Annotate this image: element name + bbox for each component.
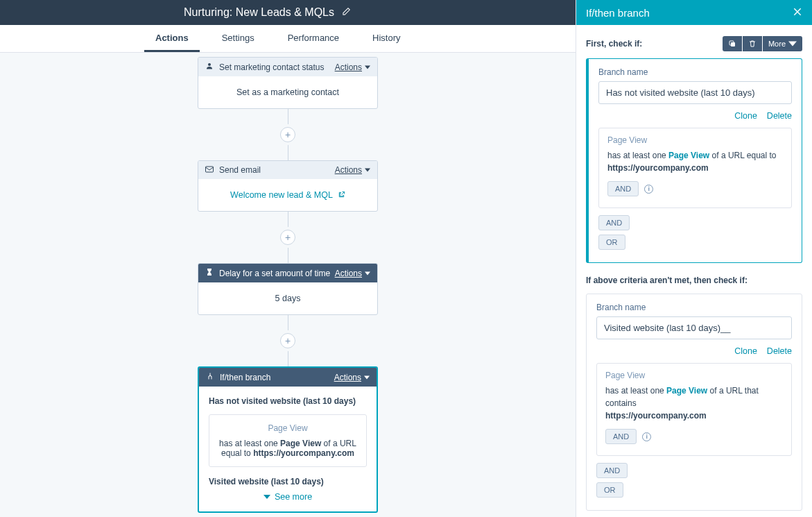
card-if-then-branch[interactable]: If/then branch Actions Has not visited w… bbox=[198, 366, 378, 513]
criteria-panel[interactable]: Page View has at least one Page View of … bbox=[596, 363, 792, 456]
see-more-button[interactable]: See more bbox=[209, 492, 367, 502]
info-icon[interactable]: i bbox=[642, 432, 651, 441]
connector bbox=[288, 315, 288, 330]
delete-link[interactable]: Delete bbox=[767, 346, 792, 356]
more-button[interactable]: More bbox=[763, 36, 802, 51]
svg-point-0 bbox=[208, 63, 211, 66]
tab-settings[interactable]: Settings bbox=[211, 33, 266, 52]
see-more-label: See more bbox=[275, 492, 312, 502]
card-title: If/then branch bbox=[220, 373, 270, 382]
filter-type-label: Page View bbox=[605, 371, 783, 380]
branch-subtitle: Has not visited website (last 10 days) bbox=[209, 396, 367, 406]
chevron-down-icon bbox=[365, 65, 370, 70]
chevron-down-icon bbox=[365, 167, 370, 173]
tab-performance[interactable]: Performance bbox=[277, 33, 350, 52]
card-actions-menu[interactable]: Actions bbox=[335, 269, 370, 278]
card-actions-menu[interactable]: Actions bbox=[335, 165, 370, 175]
connector bbox=[288, 351, 288, 366]
filter-type-label: Page View bbox=[216, 423, 359, 433]
chevron-down-icon bbox=[264, 494, 270, 500]
connector bbox=[288, 248, 288, 263]
chevron-down-icon bbox=[365, 271, 370, 276]
branch-name-input[interactable] bbox=[598, 81, 792, 104]
tab-actions[interactable]: Actions bbox=[144, 33, 200, 52]
criteria-text: has at least one Page View of a URL equa… bbox=[216, 439, 359, 458]
workflow-canvas[interactable]: Set marketing contact status Actions Set… bbox=[0, 53, 576, 517]
external-link-icon bbox=[338, 191, 345, 198]
close-icon[interactable] bbox=[793, 7, 802, 19]
card-actions-menu[interactable]: Actions bbox=[335, 62, 370, 72]
branch-block-2: Branch name Clone Delete Page View has a… bbox=[586, 294, 802, 511]
criteria-summary: Page View has at least one Page View of … bbox=[209, 414, 367, 467]
email-link-label: Welcome new lead & MQL bbox=[230, 190, 332, 200]
card-actions-menu[interactable]: Actions bbox=[334, 373, 370, 382]
criteria-text: has at least one Page View of a URL equa… bbox=[607, 149, 783, 174]
branch-name-input[interactable] bbox=[596, 316, 792, 339]
clone-link[interactable]: Clone bbox=[734, 346, 757, 356]
card-actions-label: Actions bbox=[335, 269, 362, 278]
svg-rect-1 bbox=[206, 167, 214, 172]
second-check-label: If above criteria aren't met, then check… bbox=[586, 276, 802, 285]
card-title: Send email bbox=[219, 165, 261, 175]
first-check-label: First, check if: bbox=[586, 39, 642, 49]
email-icon bbox=[205, 165, 214, 175]
card-body: 5 days bbox=[198, 282, 377, 314]
and-operator-button[interactable]: AND bbox=[598, 215, 630, 230]
or-operator-button[interactable]: OR bbox=[598, 235, 625, 250]
panel-body: First, check if: More Branch name Clone … bbox=[576, 25, 812, 517]
email-link[interactable]: Welcome new lead & MQL bbox=[230, 190, 345, 200]
branch-block-1: Branch name Clone Delete Page View has a… bbox=[586, 58, 802, 263]
card-actions-label: Actions bbox=[334, 373, 361, 382]
criteria-text: has at least one Page View of a URL that… bbox=[605, 384, 783, 422]
criteria-panel[interactable]: Page View has at least one Page View of … bbox=[598, 128, 792, 208]
hourglass-icon bbox=[205, 268, 214, 278]
card-actions-label: Actions bbox=[335, 62, 362, 72]
card-header: Set marketing contact status Actions bbox=[198, 58, 377, 76]
and-pill[interactable]: AND bbox=[607, 181, 639, 196]
panel-title: If/then branch bbox=[586, 7, 650, 19]
card-title: Delay for a set amount of time bbox=[219, 269, 330, 278]
add-step-button[interactable]: + bbox=[280, 127, 295, 142]
card-set-contact-status[interactable]: Set marketing contact status Actions Set… bbox=[198, 57, 378, 109]
clone-link[interactable]: Clone bbox=[734, 111, 757, 121]
card-delay[interactable]: Delay for a set amount of time Actions 5… bbox=[198, 263, 378, 315]
tab-history[interactable]: History bbox=[361, 33, 411, 52]
contact-icon bbox=[205, 62, 214, 72]
card-body: Welcome new lead & MQL bbox=[198, 179, 377, 211]
trash-icon bbox=[748, 40, 757, 48]
card-body: Set as a marketing contact bbox=[198, 76, 377, 108]
card-header: Delay for a set amount of time Actions bbox=[198, 264, 377, 282]
copy-icon bbox=[728, 40, 736, 48]
filter-type-label: Page View bbox=[607, 135, 783, 145]
panel-header: If/then branch bbox=[576, 0, 812, 25]
and-pill[interactable]: AND bbox=[605, 429, 637, 444]
delete-link[interactable]: Delete bbox=[767, 111, 792, 121]
or-operator-button[interactable]: OR bbox=[596, 482, 623, 498]
copy-button[interactable] bbox=[723, 36, 742, 51]
more-label: More bbox=[768, 40, 786, 48]
add-step-button[interactable]: + bbox=[280, 333, 295, 348]
card-send-email[interactable]: Send email Actions Welcome new lead & MQ… bbox=[198, 160, 378, 212]
toolbar: More bbox=[723, 36, 802, 51]
branch-subtitle-2: Visited website (last 10 days) bbox=[209, 477, 367, 486]
card-header: Send email Actions bbox=[198, 161, 377, 179]
card-header: If/then branch Actions bbox=[199, 368, 377, 387]
branch-name-label: Branch name bbox=[596, 303, 792, 312]
branch-icon bbox=[206, 372, 214, 382]
delete-button[interactable] bbox=[743, 36, 762, 51]
branch-name-label: Branch name bbox=[598, 67, 792, 77]
and-operator-button[interactable]: AND bbox=[596, 463, 628, 478]
info-icon[interactable]: i bbox=[644, 185, 653, 194]
card-body: Has not visited website (last 10 days) P… bbox=[199, 387, 377, 511]
chevron-down-icon bbox=[364, 375, 370, 380]
chevron-down-icon bbox=[788, 40, 797, 48]
connector bbox=[288, 212, 288, 227]
svg-rect-4 bbox=[731, 42, 735, 46]
workflow-title: Nurturing: New Leads & MQLs bbox=[184, 6, 334, 19]
side-panel: If/then branch First, check if: More Bra… bbox=[576, 0, 812, 517]
edit-title-icon[interactable] bbox=[341, 7, 351, 19]
connector bbox=[288, 109, 288, 124]
card-actions-label: Actions bbox=[335, 165, 362, 175]
card-title: Set marketing contact status bbox=[219, 62, 324, 72]
add-step-button[interactable]: + bbox=[280, 230, 295, 245]
